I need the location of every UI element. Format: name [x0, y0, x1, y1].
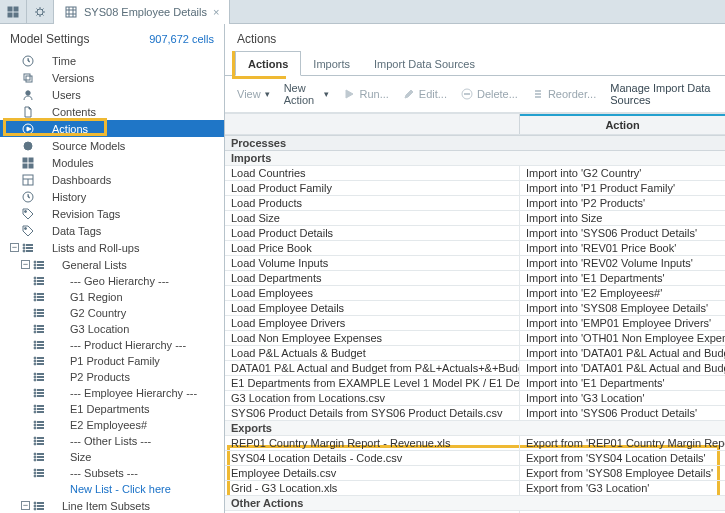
processes-section[interactable]: Processes	[225, 135, 725, 151]
table-row[interactable]: Load EmployeesImport into 'E2 Employees#…	[225, 286, 725, 301]
tab-imports[interactable]: Imports	[301, 51, 362, 76]
tab-import-data-sources[interactable]: Import Data Sources	[362, 51, 487, 76]
table-row[interactable]: Load Product FamilyImport into 'P1 Produ…	[225, 181, 725, 196]
action-desc: Import into 'E2 Employees#'	[520, 286, 725, 300]
list-item[interactable]: --- Subsets ---	[0, 465, 224, 481]
svg-rect-0	[8, 7, 12, 11]
svg-point-34	[34, 264, 36, 266]
svg-point-113	[34, 475, 36, 477]
table-row[interactable]: SYS06 Product Details from SYS06 Product…	[225, 406, 725, 421]
table-row[interactable]: Load Product DetailsImport into 'SYS06 P…	[225, 226, 725, 241]
action-desc: Import into 'EMP01 Employee Drivers'	[520, 316, 725, 330]
sidebar-item-time[interactable]: Time	[0, 52, 224, 69]
table-row[interactable]: Grid - G3 Location.xlsExport from 'G3 Lo…	[225, 481, 725, 496]
action-name: Grid - G3 Location.xls	[225, 481, 520, 495]
list-item[interactable]: --- Employee Hierarchy ---	[0, 385, 224, 401]
collapse-icon[interactable]: −	[21, 260, 30, 269]
table-row[interactable]: Load Volume InputsImport into 'REV02 Vol…	[225, 256, 725, 271]
exports-section[interactable]: Exports	[225, 421, 725, 436]
table-row[interactable]: Load SizeImport into Size	[225, 211, 725, 226]
svg-rect-2	[8, 13, 12, 17]
svg-point-45	[34, 293, 36, 295]
svg-point-87	[34, 405, 36, 407]
svg-point-95	[34, 427, 36, 429]
table-row[interactable]: E1 Departments from EXAMPLE Level 1 Mode…	[225, 376, 725, 391]
tab-actions[interactable]: Actions	[235, 51, 301, 76]
svg-point-118	[34, 505, 36, 507]
svg-point-111	[34, 469, 36, 471]
list-item[interactable]: G3 Location	[0, 321, 224, 337]
table-row[interactable]: Load CountriesImport into 'G2 Country'	[225, 166, 725, 181]
view-dropdown[interactable]: View ▾	[237, 88, 270, 100]
sidebar-item-users[interactable]: Users	[0, 86, 224, 103]
list-item[interactable]: P2 Products	[0, 369, 224, 385]
action-desc: Import into 'SYS06 Product Details'	[520, 406, 725, 420]
manage-import-link[interactable]: Manage Import Data Sources	[610, 82, 713, 106]
list-item[interactable]: P1 Product Family	[0, 353, 224, 369]
list-icon	[32, 386, 46, 400]
collapse-icon[interactable]: −	[10, 243, 19, 252]
svg-point-119	[34, 508, 36, 510]
list-item[interactable]: Size	[0, 449, 224, 465]
sidebar-item-actions[interactable]: Actions	[0, 120, 224, 137]
table-row[interactable]: Load Employee DetailsImport into 'SYS08 …	[225, 301, 725, 316]
svg-point-71	[34, 363, 36, 365]
new-list-link[interactable]: New List - Click here	[0, 481, 224, 497]
action-desc: Import into 'OTH01 Non Employee Expenses…	[520, 331, 725, 345]
sidebar-item-contents[interactable]: Contents	[0, 103, 224, 120]
sidebar-item-versions[interactable]: Versions	[0, 69, 224, 86]
other-actions-section[interactable]: Other Actions	[225, 496, 725, 511]
sidebar-item-data-tags[interactable]: Data Tags	[0, 222, 224, 239]
table-row[interactable]: Load DepartmentsImport into 'E1 Departme…	[225, 271, 725, 286]
action-name: Load Countries	[225, 166, 520, 180]
svg-rect-1	[14, 7, 18, 11]
topbar-nav-icon[interactable]	[0, 0, 27, 24]
reorder-button[interactable]: Reorder...	[532, 88, 596, 100]
list-item[interactable]: --- Other Lists ---	[0, 433, 224, 449]
list-icon	[32, 338, 46, 352]
collapse-icon[interactable]: −	[21, 501, 30, 510]
new-action-dropdown[interactable]: New Action ▾	[284, 82, 330, 106]
table-row[interactable]: DATA01 P&L Actual and Budget from P&L+Ac…	[225, 361, 725, 376]
svg-point-27	[23, 244, 25, 246]
svg-point-33	[34, 261, 36, 263]
table-row[interactable]: Load P&L Actuals & BudgetImport into 'DA…	[225, 346, 725, 361]
table-row[interactable]: Employee Details.csvExport from 'SYS08 E…	[225, 466, 725, 481]
table-row[interactable]: REP01 Country Margin Report - Revenue.xl…	[225, 436, 725, 451]
topbar-gear-icon[interactable]	[27, 0, 54, 24]
sidebar-general-lists[interactable]: −General Lists	[0, 256, 224, 273]
grid-header-action[interactable]: Action	[520, 114, 725, 134]
table-row[interactable]: G3 Location from Locations.csvImport int…	[225, 391, 725, 406]
action-name: Load Size	[225, 211, 520, 225]
table-row[interactable]: Load Price BookImport into 'REV01 Price …	[225, 241, 725, 256]
sidebar-lists-rollups[interactable]: −Lists and Roll-ups	[0, 239, 224, 256]
sidebar-item-source-models[interactable]: Source Models	[0, 137, 224, 154]
list-item[interactable]: --- Product Hierarchy ---	[0, 337, 224, 353]
list-item[interactable]: E1 Departments	[0, 401, 224, 417]
sidebar-line-item-subsets[interactable]: −Line Item Subsets	[0, 497, 224, 513]
play-icon	[21, 122, 35, 136]
action-desc: Import into 'SYS08 Employee Details'	[520, 301, 725, 315]
table-row[interactable]: Load Non Employee ExpensesImport into 'O…	[225, 331, 725, 346]
edit-button[interactable]: Edit...	[403, 88, 447, 100]
table-row[interactable]: Load ProductsImport into 'P2 Products'	[225, 196, 725, 211]
sidebar-item-history[interactable]: History	[0, 188, 224, 205]
list-item[interactable]: E2 Employees#	[0, 417, 224, 433]
list-item[interactable]: --- Geo Hierarchy ---	[0, 273, 224, 289]
sidebar-item-modules[interactable]: Modules	[0, 154, 224, 171]
imports-section[interactable]: Imports	[225, 151, 725, 166]
module-tab[interactable]: SYS08 Employee Details ×	[54, 0, 230, 24]
list-item[interactable]: G2 Country	[0, 305, 224, 321]
sidebar-item-revision-tags[interactable]: Revision Tags	[0, 205, 224, 222]
run-button[interactable]: Run...	[343, 88, 388, 100]
sidebar-item-label: Actions	[52, 123, 218, 135]
table-row[interactable]: SYS04 Location Details - Code.csvExport …	[225, 451, 725, 466]
list-item[interactable]: G1 Region	[0, 289, 224, 305]
close-icon[interactable]: ×	[213, 6, 219, 18]
cell-count[interactable]: 907,672 cells	[149, 33, 214, 45]
table-row[interactable]: Load Employee DriversImport into 'EMP01 …	[225, 316, 725, 331]
content-tabs: Actions Imports Import Data Sources	[225, 50, 725, 76]
delete-button[interactable]: Delete...	[461, 88, 518, 100]
sidebar-item-dashboards[interactable]: Dashboards	[0, 171, 224, 188]
actions-table[interactable]: ProcessesImportsLoad CountriesImport int…	[225, 135, 725, 513]
